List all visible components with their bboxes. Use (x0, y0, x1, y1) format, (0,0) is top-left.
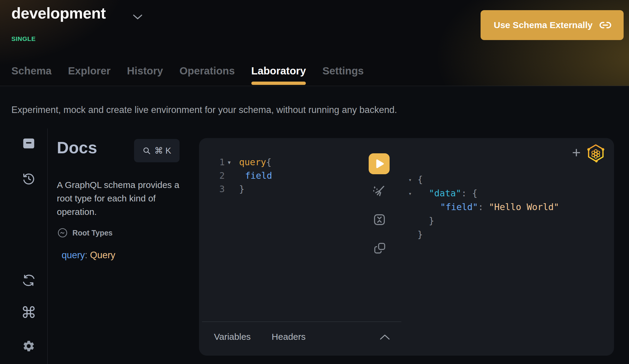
history-icon (22, 172, 35, 185)
hive-logo[interactable] (587, 143, 605, 163)
tab-operations[interactable]: Operations (180, 56, 235, 86)
root-query-link[interactable]: query: Query (62, 250, 115, 261)
docs-description: A GraphQL schema provides a root type fo… (57, 178, 193, 218)
code-text: query{ (234, 157, 271, 167)
gear-icon (22, 339, 35, 353)
editor-line-2: 2 field (214, 169, 382, 182)
fold-arrow-icon[interactable]: ▾ (408, 190, 417, 197)
line-number: 3 (214, 184, 225, 194)
circle-tilde-icon (57, 228, 68, 238)
root-query-field: query (62, 250, 85, 260)
response-line-4: } (408, 214, 559, 227)
response-viewer: ▾ { ▾ "data": { "field": "Hello World" }… (408, 172, 559, 241)
page-header: development SINGLE Use Schema Externally… (0, 0, 629, 86)
tab-explorer[interactable]: Explorer (68, 56, 110, 86)
line-number: 2 (214, 170, 225, 181)
settings-dialog-button[interactable] (20, 338, 37, 354)
refresh-icon (22, 274, 35, 287)
response-line-1: ▾ { (408, 172, 559, 186)
graphiql-panel: 1 ▾ query{ 2 field 3 } ▾ { ▾ (199, 138, 614, 356)
copy-query-button[interactable] (373, 241, 386, 255)
fold-arrow-icon[interactable]: ▾ (408, 176, 417, 183)
tab-history[interactable]: History (127, 56, 163, 86)
root-query-type[interactable]: Query (90, 250, 115, 260)
link-icon (599, 19, 612, 31)
editor-footer-tabs: Variables Headers (214, 332, 306, 342)
response-line-2: ▾ "data": { (408, 186, 559, 200)
sidebar-divider (47, 129, 48, 364)
root-types-label: Root Types (72, 229, 113, 237)
history-panel-button[interactable] (20, 170, 37, 187)
execute-query-button[interactable] (369, 153, 390, 174)
code-text: field (234, 170, 272, 181)
query-editor[interactable]: 1 ▾ query{ 2 field 3 } (214, 155, 382, 196)
editor-line-3: 3 } (214, 182, 382, 196)
root-types-section-header: Root Types (57, 228, 113, 238)
variables-tab[interactable]: Variables (214, 332, 251, 342)
docs-panel-title: Docs (57, 138, 97, 157)
prettify-query-button[interactable] (371, 184, 386, 200)
response-line-5: } (408, 227, 559, 241)
merge-icon (373, 213, 386, 227)
chevron-up-icon (380, 334, 390, 340)
use-schema-externally-button[interactable]: Use Schema Externally (481, 10, 624, 40)
page-subtitle: Experiment, mock and create live environ… (11, 105, 397, 115)
command-icon: ⌘ (21, 304, 37, 322)
prettify-sparkle-broom-icon (371, 184, 386, 200)
tab-schema[interactable]: Schema (11, 56, 51, 86)
reload-schema-button[interactable] (20, 272, 37, 289)
editor-footer-divider (202, 322, 401, 322)
plus-icon: + (572, 144, 581, 161)
fold-arrow-icon[interactable]: ▾ (225, 158, 234, 166)
add-tab-button[interactable]: + (568, 144, 585, 161)
editor-line-1: 1 ▾ query{ (214, 155, 382, 169)
docs-search-button[interactable]: ⌘ K (134, 139, 180, 162)
docs-panel-button[interactable] (20, 135, 37, 152)
project-title: development (11, 4, 106, 22)
tab-laboratory[interactable]: Laboratory (251, 56, 306, 86)
headers-tab[interactable]: Headers (272, 332, 306, 342)
line-number: 1 (214, 157, 225, 167)
root-query-separator: : (85, 250, 90, 260)
use-schema-externally-label: Use Schema Externally (494, 20, 592, 30)
docs-icon (22, 137, 35, 150)
tab-settings[interactable]: Settings (322, 56, 364, 86)
copy-icon (373, 241, 386, 255)
search-icon (142, 146, 151, 155)
collapse-footer-button[interactable] (380, 334, 390, 340)
response-line-3: "field": "Hello World" (408, 200, 559, 214)
merge-fragments-button[interactable] (373, 213, 386, 227)
project-switcher-chevron-icon[interactable] (133, 14, 142, 20)
top-nav-tabs: Schema Explorer History Operations Labor… (11, 56, 364, 86)
docs-search-shortcut: ⌘ K (154, 146, 171, 156)
project-type-badge: SINGLE (11, 35, 36, 42)
keyboard-shortcuts-button[interactable]: ⌘ (20, 304, 37, 321)
play-icon (376, 159, 384, 168)
code-text: } (234, 184, 244, 194)
